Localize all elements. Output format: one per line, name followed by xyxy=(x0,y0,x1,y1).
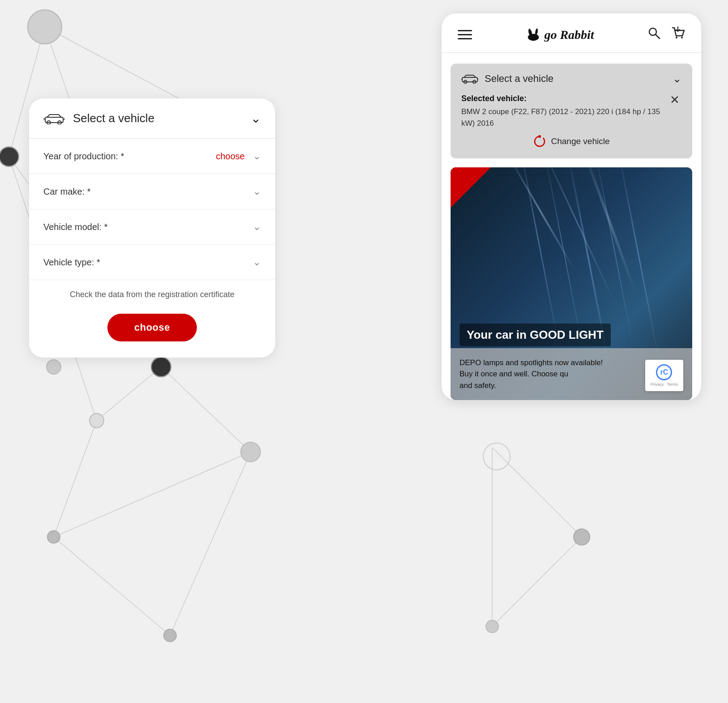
vehicle-model-label: Vehicle model: * xyxy=(43,222,107,232)
year-field-label: Year of production: * xyxy=(43,151,124,162)
svg-line-6 xyxy=(97,367,161,421)
panel-chevron-icon: ⌄ xyxy=(673,72,681,85)
selected-vehicle-section: Selected vehicle: BMW 2 coupe (F22, F87)… xyxy=(451,94,692,158)
svg-point-38 xyxy=(681,37,683,38)
svg-point-20 xyxy=(241,442,260,462)
vehicle-model-field[interactable]: Vehicle model: * ⌄ xyxy=(29,209,275,245)
car-make-field[interactable]: Car make: * ⌄ xyxy=(29,174,275,209)
svg-line-13 xyxy=(492,537,582,626)
promotional-banner: Your car in GOOD LIGHT DEPO lamps and sp… xyxy=(451,167,692,400)
rabbit-icon xyxy=(525,29,541,41)
year-field-value: choose xyxy=(216,151,245,162)
svg-point-45 xyxy=(538,135,541,138)
svg-line-50 xyxy=(617,167,659,360)
panel-car-icon xyxy=(461,74,478,84)
svg-line-9 xyxy=(54,452,251,537)
panel-header-left: Select a vehicle xyxy=(461,73,553,85)
logo-text: go Rabbit xyxy=(544,28,594,42)
hamburger-line-1 xyxy=(458,30,472,31)
recaptcha-badge: rC Privacy · Terms xyxy=(645,360,683,391)
panel-select-label: Select a vehicle xyxy=(485,73,553,85)
banner-desc-text: DEPO lamps and spotlights now available!… xyxy=(460,358,603,390)
svg-line-36 xyxy=(656,34,660,38)
vehicle-model-right: ⌄ xyxy=(247,221,261,233)
vehicle-model-chevron-icon: ⌄ xyxy=(253,221,261,233)
close-vehicle-button[interactable]: ✕ xyxy=(668,94,681,106)
svg-line-10 xyxy=(54,537,170,635)
selected-vehicle-content: Selected vehicle: BMW 2 coupe (F22, F87)… xyxy=(461,94,668,129)
change-vehicle-button[interactable]: Change vehicle xyxy=(551,136,610,146)
select-vehicle-label: Select a vehicle xyxy=(73,111,154,125)
svg-line-11 xyxy=(170,452,251,635)
recaptcha-links: Privacy · Terms xyxy=(651,382,678,387)
svg-rect-39 xyxy=(462,77,477,82)
svg-line-12 xyxy=(492,447,582,537)
vehicle-selection-panel: Select a vehicle ⌄ Selected vehicle: BMW… xyxy=(451,64,692,158)
header-icons xyxy=(647,26,685,43)
svg-point-44 xyxy=(535,136,545,146)
header-left: Select a vehicle xyxy=(43,111,154,125)
cart-icon[interactable] xyxy=(671,26,685,43)
choose-button[interactable]: choose xyxy=(107,314,197,341)
selected-vehicle-label: Selected vehicle: xyxy=(461,94,668,103)
hamburger-line-3 xyxy=(458,38,472,39)
hamburger-menu-button[interactable] xyxy=(458,30,472,39)
search-icon[interactable] xyxy=(647,26,661,43)
car-make-chevron-icon: ⌄ xyxy=(253,186,261,197)
svg-point-24 xyxy=(574,529,590,545)
year-of-production-field[interactable]: Year of production: * choose ⌄ xyxy=(29,139,275,174)
vehicle-type-field[interactable]: Vehicle type: * ⌄ xyxy=(29,245,275,280)
svg-line-7 xyxy=(161,367,251,452)
svg-point-37 xyxy=(676,37,677,38)
svg-point-19 xyxy=(89,413,104,428)
vehicle-panel-header[interactable]: Select a vehicle ⌄ xyxy=(451,64,692,94)
vehicle-type-label: Vehicle type: * xyxy=(43,257,100,268)
vehicle-type-chevron-icon: ⌄ xyxy=(253,256,261,268)
svg-point-21 xyxy=(47,531,60,543)
svg-point-17 xyxy=(47,360,61,374)
svg-point-15 xyxy=(28,10,62,44)
vehicle-form: Year of production: * choose ⌄ Car make:… xyxy=(29,139,275,280)
svg-point-25 xyxy=(486,620,498,633)
app-header: go Rabbit xyxy=(442,13,701,53)
svg-point-23 xyxy=(483,443,510,470)
app-logo: go Rabbit xyxy=(525,28,594,42)
vehicle-selector-header[interactable]: Select a vehicle ⌄ xyxy=(29,98,275,139)
svg-point-18 xyxy=(151,357,171,377)
svg-point-16 xyxy=(0,147,19,166)
car-icon xyxy=(43,113,65,124)
year-chevron-icon: ⌄ xyxy=(253,150,261,162)
selected-vehicle-row: Selected vehicle: BMW 2 coupe (F22, F87)… xyxy=(461,94,681,129)
vehicle-type-right: ⌄ xyxy=(247,256,261,268)
right-app-card: go Rabbit xyxy=(442,13,701,400)
choose-btn-wrapper: choose xyxy=(29,309,275,358)
chevron-down-icon: ⌄ xyxy=(251,111,261,126)
year-field-right: choose ⌄ xyxy=(216,150,261,162)
banner-title: Your car in GOOD LIGHT xyxy=(460,324,611,346)
change-vehicle-icon xyxy=(533,135,546,148)
car-make-right: ⌄ xyxy=(247,186,261,197)
change-vehicle-row: Change vehicle xyxy=(461,129,681,149)
left-vehicle-selector-card: Select a vehicle ⌄ Year of production: *… xyxy=(29,98,275,358)
car-make-label: Car make: * xyxy=(43,187,91,197)
svg-point-22 xyxy=(164,629,176,642)
svg-rect-26 xyxy=(45,117,63,123)
selected-vehicle-name: BMW 2 coupe (F22, F87) (2012 - 2021) 220… xyxy=(461,106,668,129)
hamburger-line-2 xyxy=(458,34,472,35)
recaptcha-logo: rC xyxy=(656,364,672,380)
svg-point-34 xyxy=(536,36,539,38)
svg-line-8 xyxy=(54,421,97,537)
cert-notice: Check the data from the registration cer… xyxy=(29,280,275,309)
